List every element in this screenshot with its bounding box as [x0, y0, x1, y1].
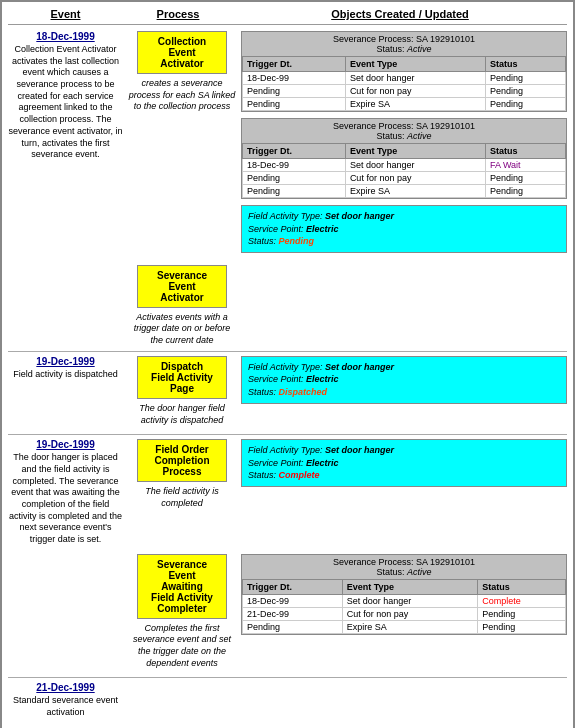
td-status: Pending — [485, 98, 565, 111]
th-trigger-1: Trigger Dt. — [243, 57, 346, 72]
sev-header-3: Severance Process: SA 192910101 Status: … — [242, 555, 566, 579]
td-status: FA Wait — [485, 159, 565, 172]
sev-table-box-1: Severance Process: SA 192910101 Status: … — [241, 31, 567, 112]
sev-process-label-3: Severance Process: SA 192910101 — [333, 557, 475, 567]
fa-box-pending: Field Activity Type: Set door hanger Ser… — [241, 205, 567, 253]
table-row: Pending Cut for non pay Pending — [243, 172, 566, 185]
td-status: Pending — [485, 185, 565, 198]
td-event-type: Cut for non pay — [345, 85, 485, 98]
fa-sp-value-c: Electric — [306, 458, 339, 468]
td-trigger: Pending — [243, 620, 343, 633]
objects-completion: Field Activity Type: Set door hanger Ser… — [241, 439, 567, 491]
sev-table-1: Trigger Dt. Event Type Status 18-Dec-99 … — [242, 56, 566, 111]
td-status: Pending — [478, 620, 566, 633]
sev-table-box-3: Severance Process: SA 192910101 Status: … — [241, 554, 567, 635]
td-event-type: Set door hanger — [345, 72, 485, 85]
td-trigger: 18-Dec-99 — [243, 159, 346, 172]
event-date-final: 21-Dec-1999 — [8, 682, 123, 693]
td-status: Pending — [485, 72, 565, 85]
th-status-1: Status — [485, 57, 565, 72]
td-trigger: Pending — [243, 85, 346, 98]
table-row: 18-Dec-99 Set door hanger Pending — [243, 72, 566, 85]
sev-table-box-2: Severance Process: SA 192910101 Status: … — [241, 118, 567, 199]
process-desc-collection: creates a severance process for each SA … — [127, 78, 237, 113]
sev-status-label-2: Status: Active — [376, 131, 431, 141]
fa-type-value-d: Set door hanger — [325, 362, 394, 372]
td-event-type: Expire SA — [345, 98, 485, 111]
section-dispatch: 19-Dec-1999 Field activity is dispatched… — [8, 356, 567, 426]
event-desc-completion: The door hanger is placed and the field … — [8, 452, 123, 546]
td-event-type: Set door hanger — [345, 159, 485, 172]
objects-dispatch: Field Activity Type: Set door hanger Ser… — [241, 356, 567, 408]
objects-awaiting: Severance Process: SA 192910101 Status: … — [241, 554, 567, 641]
event-desc-collection: Collection Event Activator activates the… — [8, 44, 123, 161]
td-trigger: 18-Dec-99 — [243, 72, 346, 85]
process-box-awaiting: SeveranceEventAwaitingField ActivityComp… — [137, 554, 227, 619]
fa-status-value-d: Dispatched — [279, 387, 328, 397]
td-status: Pending — [478, 607, 566, 620]
fa-sp-label: Service Point: — [248, 224, 306, 234]
event-final: 21-Dec-1999 Standard severance event act… — [8, 682, 123, 722]
fa-type-value-c: Set door hanger — [325, 445, 394, 455]
fa-type-label: Field Activity Type: — [248, 211, 325, 221]
main-container: Event Process Objects Created / Updated … — [0, 0, 575, 728]
sev-status-label-1: Status: Active — [376, 44, 431, 54]
td-event-type: Cut for non pay — [342, 607, 478, 620]
th-event-type-1: Event Type — [345, 57, 485, 72]
header-row: Event Process Objects Created / Updated — [8, 8, 567, 25]
event-date-dispatch: 19-Dec-1999 — [8, 356, 123, 367]
th-trigger-3: Trigger Dt. — [243, 579, 343, 594]
th-event-type-3: Event Type — [342, 579, 478, 594]
td-status: Pending — [485, 172, 565, 185]
fa-type-label-c: Field Activity Type: — [248, 445, 325, 455]
table-row: 18-Dec-99 Set door hanger Complete — [243, 594, 566, 607]
event-dispatch: 19-Dec-1999 Field activity is dispatched — [8, 356, 123, 396]
td-event-type: Expire SA — [345, 185, 485, 198]
process-box-severance-activator: SeveranceEventActivator — [137, 265, 227, 308]
td-event-type: Expire SA — [342, 620, 478, 633]
fa-status-value-c: Complete — [279, 470, 320, 480]
td-trigger: 18-Dec-99 — [243, 594, 343, 607]
table-row: 21-Dec-99 Cut for non pay Pending — [243, 607, 566, 620]
table-row: 18-Dec-99 Set door hanger FA Wait — [243, 159, 566, 172]
event-completion: 19-Dec-1999 The door hanger is placed an… — [8, 439, 123, 546]
fa-box-dispatched: Field Activity Type: Set door hanger Ser… — [241, 356, 567, 404]
event-collection: 18-Dec-1999 Collection Event Activator a… — [8, 31, 123, 161]
divider-1 — [8, 351, 567, 352]
event-date-completion: 19-Dec-1999 — [8, 439, 123, 450]
th-trigger-2: Trigger Dt. — [243, 144, 346, 159]
process-box-collection: CollectionEventActivator — [137, 31, 227, 74]
table-row: Pending Expire SA Pending — [243, 185, 566, 198]
table-row: Pending Expire SA Pending — [243, 98, 566, 111]
process-desc-completion: The field activity is completed — [127, 486, 237, 509]
section-completion: 19-Dec-1999 The door hanger is placed an… — [8, 439, 567, 546]
td-trigger: Pending — [243, 98, 346, 111]
event-date-collection: 18-Dec-1999 — [8, 31, 123, 42]
td-trigger: Pending — [243, 185, 346, 198]
sev-process-label-2: Severance Process: SA 192910101 — [333, 121, 475, 131]
td-event-type: Cut for non pay — [345, 172, 485, 185]
sev-table-2: Trigger Dt. Event Type Status 18-Dec-99 … — [242, 143, 566, 198]
table-row: Pending Cut for non pay Pending — [243, 85, 566, 98]
td-trigger: 21-Dec-99 — [243, 607, 343, 620]
event-desc-dispatch: Field activity is dispatched — [8, 369, 123, 381]
fa-status-label-d: Status: — [248, 387, 279, 397]
event-desc-final: Standard severance event activation — [8, 695, 123, 718]
process-desc-awaiting: Completes the first severance event and … — [127, 623, 237, 670]
process-completion: Field OrderCompletionProcess The field a… — [127, 439, 237, 509]
section-severance-awaiting: SeveranceEventAwaitingField ActivityComp… — [8, 554, 567, 670]
fa-sp-value-d: Electric — [306, 374, 339, 384]
td-status: Complete — [478, 594, 566, 607]
fa-box-complete: Field Activity Type: Set door hanger Ser… — [241, 439, 567, 487]
sev-status-label-3: Status: Active — [376, 567, 431, 577]
section-severance-activator: SeveranceEventActivator Activates events… — [8, 265, 567, 347]
objects-collection: Severance Process: SA 192910101 Status: … — [241, 31, 567, 257]
process-col-header: Process — [123, 8, 233, 20]
fa-sp-value: Electric — [306, 224, 339, 234]
process-severance-activator: SeveranceEventActivator Activates events… — [127, 265, 237, 347]
td-status: Pending — [485, 85, 565, 98]
divider-2 — [8, 434, 567, 435]
process-collection: CollectionEventActivator creates a sever… — [127, 31, 237, 113]
table-row: Pending Expire SA Pending — [243, 620, 566, 633]
sev-header-2: Severance Process: SA 192910101 Status: … — [242, 119, 566, 143]
